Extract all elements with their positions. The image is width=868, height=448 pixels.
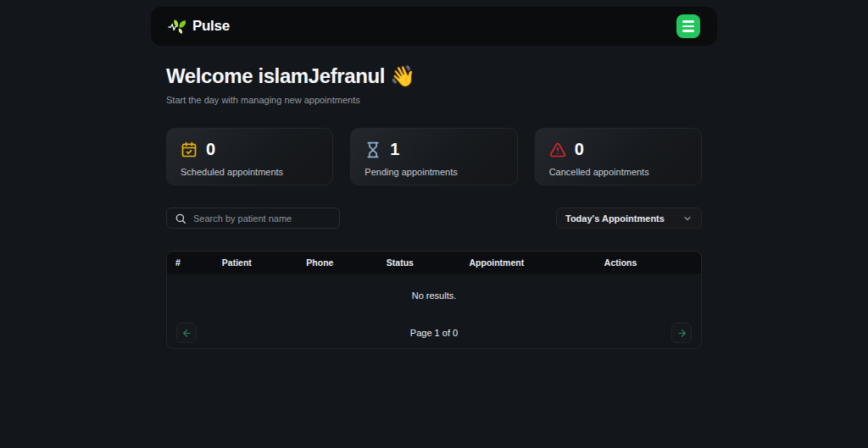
appointments-table: # Patient Phone Status Appointment Actio… xyxy=(166,251,702,349)
page: Pulse Welcome islamJefranul 👋 Start the … xyxy=(151,0,717,349)
next-page-button[interactable] xyxy=(671,323,692,343)
page-title: Welcome islamJefranul 👋 xyxy=(166,64,702,88)
column-header-actions: Actions xyxy=(596,257,698,268)
alert-triangle-icon xyxy=(549,141,566,158)
controls-row: Today's Appointments xyxy=(166,207,702,229)
page-indicator: Page 1 of 0 xyxy=(410,328,458,338)
column-header-number: # xyxy=(167,257,214,268)
column-header-status: Status xyxy=(378,257,461,268)
table-empty-row: No results. xyxy=(167,274,701,318)
column-header-patient: Patient xyxy=(214,257,298,268)
chevron-down-icon xyxy=(682,213,693,224)
arrow-left-icon xyxy=(181,328,192,339)
hamburger-icon xyxy=(682,20,694,23)
column-header-phone: Phone xyxy=(298,257,378,268)
search-input[interactable] xyxy=(193,213,331,224)
brand-name: Pulse xyxy=(192,18,230,35)
filter-selected-value: Today's Appointments xyxy=(565,213,665,224)
scheduled-count: 0 xyxy=(206,140,215,159)
calendar-check-icon xyxy=(181,141,198,158)
card-scheduled-appointments: 0 Scheduled appointments xyxy=(166,128,333,185)
pending-label: Pending appointments xyxy=(364,167,503,177)
card-pending-appointments: 1 Pending appointments xyxy=(350,128,517,185)
scheduled-label: Scheduled appointments xyxy=(181,167,319,177)
card-cancelled-appointments: 0 Cancelled appointments xyxy=(535,128,702,185)
no-results-text: No results. xyxy=(412,290,457,301)
previous-page-button[interactable] xyxy=(176,323,197,343)
hamburger-menu-button[interactable] xyxy=(676,14,700,38)
pending-count: 1 xyxy=(390,140,399,159)
stat-cards: 0 Scheduled appointments 1 Pending appo xyxy=(166,128,702,185)
search-icon xyxy=(175,213,186,224)
page-subtitle: Start the day with managing new appointm… xyxy=(166,95,702,105)
top-navbar: Pulse xyxy=(151,7,717,46)
table-header-row: # Patient Phone Status Appointment Actio… xyxy=(167,252,701,274)
appointments-filter-dropdown[interactable]: Today's Appointments xyxy=(556,207,702,229)
cancelled-count: 0 xyxy=(575,140,584,159)
pulse-leaf-icon xyxy=(168,15,190,37)
column-header-appointment: Appointment xyxy=(460,257,595,268)
pagination: Page 1 of 0 xyxy=(167,318,701,348)
cancelled-label: Cancelled appointments xyxy=(549,167,687,177)
search-box[interactable] xyxy=(166,207,340,229)
arrow-right-icon xyxy=(676,328,687,339)
brand-logo[interactable]: Pulse xyxy=(168,15,230,37)
hourglass-icon xyxy=(364,141,381,158)
main-content: Welcome islamJefranul 👋 Start the day wi… xyxy=(166,64,702,349)
